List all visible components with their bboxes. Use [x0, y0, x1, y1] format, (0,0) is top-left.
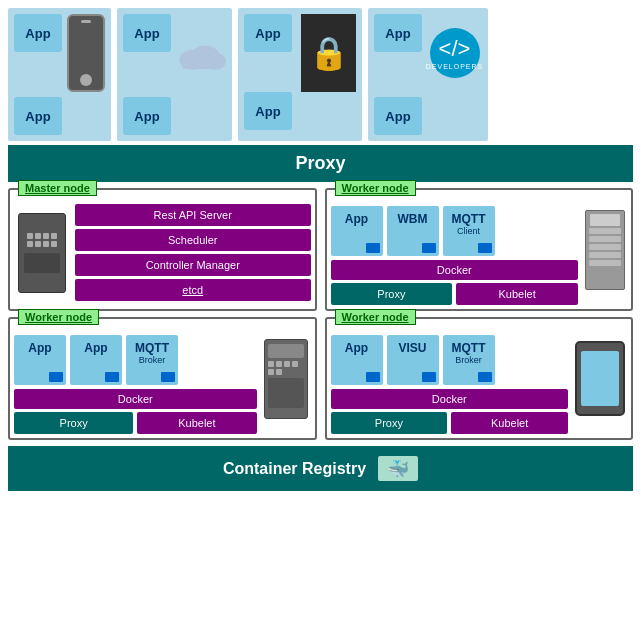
container-registry-banner: Container Registry 🐳 [8, 446, 633, 491]
port [268, 361, 274, 367]
top-section: App App App App [0, 0, 641, 145]
registry-icon: 🐳 [378, 456, 418, 481]
worker-3-kubelet: Kubelet [451, 412, 568, 434]
port [292, 361, 298, 367]
plc-slot [589, 252, 621, 258]
port [276, 369, 282, 375]
switch-port [43, 241, 49, 247]
controller-manager-box: Controller Manager [75, 254, 311, 276]
proxy-banner-text: Proxy [295, 153, 345, 173]
worker-2-app-2-label: App [84, 341, 107, 355]
app-box-5: App [244, 14, 292, 52]
app-icon-6 [161, 372, 175, 382]
worker-2-app-3-label: MQTT [135, 341, 169, 355]
top-group-lock-bottom: App [244, 92, 356, 130]
worker-1-proxy-kubelet: Proxy Kubelet [331, 283, 579, 305]
nodes-row-2: Worker node App App [0, 317, 641, 446]
app-icon-7 [366, 372, 380, 382]
switch-display [268, 344, 304, 358]
switch-port [51, 241, 57, 247]
top-group-lock: App 🔒 App [238, 8, 362, 141]
port [284, 361, 290, 367]
app-box-8: App [374, 97, 422, 135]
switch-port [43, 233, 49, 239]
rest-api-box: Rest API Server [75, 204, 311, 226]
top-group-dev-bottom: App [374, 97, 482, 135]
worker-2-apps: App App MQTT Broker [14, 335, 257, 385]
top-group-dev-inner: App </> DEVELOPERS [374, 14, 482, 92]
port [276, 361, 282, 367]
master-components: Rest API Server Scheduler Controller Man… [75, 204, 311, 301]
worker-1-app-3: MQTT Client [443, 206, 495, 256]
worker-3-app-2: VISU [387, 335, 439, 385]
plc-slot [589, 244, 621, 250]
worker-2-docker: Docker [14, 389, 257, 409]
worker-1-app-2-label: WBM [398, 212, 428, 226]
worker-1-app-1: App [331, 206, 383, 256]
master-node: Master node [8, 188, 317, 311]
switch-body [24, 253, 60, 273]
master-device [14, 204, 69, 301]
switch-ports-1 [27, 233, 57, 239]
switch-body-2 [268, 378, 304, 408]
switch-box-2 [264, 339, 308, 419]
worker-3-app-3: MQTT Broker [443, 335, 495, 385]
switch-device [18, 213, 66, 293]
top-group-cloud-bottom: App [123, 97, 226, 135]
worker-3-app-3-label: MQTT [452, 341, 486, 355]
developer-circle: </> DEVELOPERS [430, 28, 480, 78]
switch-ports-2 [27, 241, 57, 247]
worker-3-app-3-sub: Broker [455, 355, 482, 365]
app-box-6: App [244, 92, 292, 130]
worker-node-2-label: Worker node [18, 309, 99, 325]
plc-device-1 [582, 194, 627, 305]
worker-2-content: App App MQTT Broker [14, 335, 257, 434]
worker-2-proxy: Proxy [14, 412, 133, 434]
top-group-mobile: App App [8, 8, 111, 141]
cloud-image [176, 14, 226, 92]
switch-port [35, 233, 41, 239]
worker-1-content: App WBM MQTT Client [331, 206, 579, 305]
plc-slots [589, 228, 621, 266]
plc-slot [589, 260, 621, 266]
app-box-2: App [14, 97, 62, 135]
worker-2-inner: App App MQTT Broker [14, 323, 257, 434]
app-icon-3 [478, 243, 492, 253]
app-icon-9 [478, 372, 492, 382]
worker-1-proxy: Proxy [331, 283, 453, 305]
proxy-banner: Proxy [8, 145, 633, 182]
container-registry-text: Container Registry [223, 460, 366, 478]
app-icon-5 [105, 372, 119, 382]
master-node-label: Master node [18, 180, 97, 196]
switch-port [27, 241, 33, 247]
worker-node-3: Worker node App VISU [325, 317, 634, 440]
plc-slot [589, 228, 621, 234]
plc-box-1 [585, 210, 625, 290]
worker-2-app-3: MQTT Broker [126, 335, 178, 385]
worker-2-app-1-label: App [28, 341, 51, 355]
worker-node-3-label: Worker node [335, 309, 416, 325]
switch-port [51, 233, 57, 239]
tablet-box [575, 341, 625, 416]
worker-3-docker: Docker [331, 389, 569, 409]
lock-image: 🔒 [301, 14, 356, 92]
top-group-cloud: App App [117, 8, 232, 141]
app-icon-8 [422, 372, 436, 382]
worker-3-app-1: App [331, 335, 383, 385]
top-group-cloud-inner: App [123, 14, 226, 92]
plc-top [590, 214, 620, 226]
worker-node-2: Worker node App App [8, 317, 317, 440]
master-node-content: Rest API Server Scheduler Controller Man… [14, 204, 311, 301]
developer-image: </> DEVELOPERS [427, 14, 482, 92]
worker-3-with-device: App VISU MQTT Broker [331, 323, 628, 434]
worker-2-app-3-sub: Broker [139, 355, 166, 365]
worker-1-app-3-label: MQTT [452, 212, 486, 226]
nodes-row-1: Master node [0, 188, 641, 317]
switch-port [27, 233, 33, 239]
worker-1-with-device: App WBM MQTT Client [331, 194, 628, 305]
developer-label: DEVELOPERS [426, 63, 483, 70]
worker-3-proxy-kubelet: Proxy Kubelet [331, 412, 569, 434]
worker-2-proxy-kubelet: Proxy Kubelet [14, 412, 257, 434]
worker-3-app-1-label: App [345, 341, 368, 355]
worker-1-app-2: WBM [387, 206, 439, 256]
